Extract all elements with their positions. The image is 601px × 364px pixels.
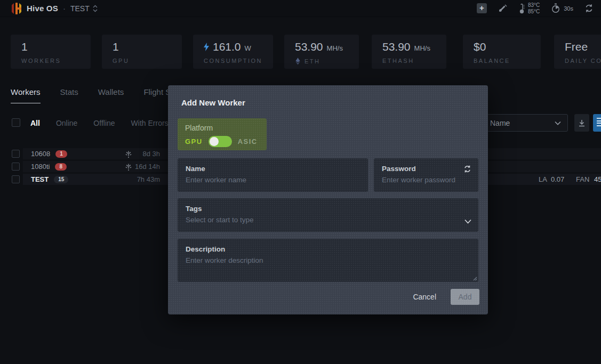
stat-value: Free	[565, 41, 588, 53]
brush-icon[interactable]	[498, 4, 508, 13]
password-input[interactable]	[382, 176, 470, 184]
stat-unit: W	[245, 44, 251, 52]
download-icon	[578, 119, 586, 127]
list-icon	[597, 118, 601, 126]
worker-name[interactable]: TEST	[31, 175, 49, 183]
generate-password-icon[interactable]	[463, 165, 471, 173]
stat-value: 53.90	[295, 41, 323, 53]
filter-online[interactable]: Online	[56, 119, 77, 127]
add-worker-icon[interactable]: +	[477, 3, 487, 13]
worker-uptime: 16d 14h	[108, 163, 160, 171]
hive-os-logo-icon	[11, 3, 22, 14]
error-badge: 8	[55, 163, 67, 171]
filter-with-errors[interactable]: With Errors	[131, 119, 169, 127]
stat-label: GPU	[113, 58, 129, 64]
refresh-icon[interactable]	[584, 4, 594, 13]
description-input[interactable]	[186, 256, 470, 272]
description-label: Description	[186, 245, 470, 253]
tab-stats[interactable]: Stats	[60, 87, 78, 103]
platform-option-asic[interactable]: ASIC	[238, 137, 258, 145]
stat-value: 1	[21, 41, 28, 53]
list-view-button[interactable]	[593, 114, 601, 132]
chevron-down-icon	[555, 121, 561, 125]
chevron-down-icon[interactable]	[464, 219, 471, 224]
name-input[interactable]	[186, 176, 360, 184]
worker-name[interactable]: 1080ti	[31, 163, 50, 171]
row-checkbox[interactable]	[12, 150, 20, 158]
farm-selector-chevrons-icon[interactable]	[93, 5, 98, 12]
download-button[interactable]	[574, 114, 589, 132]
worker-name[interactable]: 10608	[31, 150, 50, 158]
main-tabs: Workers Stats Wallets Flight Sheets	[11, 87, 190, 103]
stat-value: 53.90	[382, 41, 411, 53]
stat-value: 161.0	[213, 41, 241, 53]
stat-card-consumption: 161.0 W CONSUMPTION	[193, 35, 273, 69]
stat-card-balance: $0 BALANCE	[463, 35, 541, 69]
stat-card-daily-cost: Free DAILY COST	[554, 35, 601, 69]
tags-input[interactable]	[186, 216, 470, 224]
temp-top: 83°C	[528, 2, 540, 9]
refresh-interval-value: 30s	[564, 5, 573, 12]
platform-selector: Platform GPU ASIC	[178, 118, 267, 150]
top-bar: Hive OS · TEST + 83°C 85°C	[0, 0, 601, 17]
la-label: LA	[539, 175, 547, 183]
stat-unit: MH/s	[414, 44, 430, 52]
stat-card-workers: 1 WORKERS	[11, 35, 91, 69]
platform-option-gpu[interactable]: GPU	[185, 137, 203, 145]
stat-label: WORKERS	[21, 58, 61, 64]
password-field: Password	[374, 158, 478, 192]
tags-label: Tags	[186, 205, 470, 213]
select-all-checkbox[interactable]	[12, 118, 20, 127]
tab-workers[interactable]: Workers	[11, 87, 41, 103]
stat-label: CONSUMPTION	[204, 58, 262, 64]
brand-title: Hive OS	[27, 4, 58, 13]
description-field: Description	[178, 239, 478, 282]
name-label: Name	[186, 165, 360, 173]
row-checkbox[interactable]	[12, 175, 20, 183]
filter-all[interactable]: All	[30, 119, 40, 127]
resize-handle[interactable]	[472, 276, 477, 281]
temperature-indicator: 83°C 85°C	[519, 2, 540, 15]
brand-separator: ·	[63, 4, 66, 13]
stat-label: DAILY COST	[565, 58, 601, 64]
filter-offline[interactable]: Offline	[93, 119, 115, 127]
sort-by-value: Name	[490, 119, 510, 127]
count-badge: 15	[54, 176, 68, 183]
thermometer-icon	[519, 3, 525, 14]
stat-card-eth: 53.90 MH/s ETH	[284, 35, 359, 69]
row-checkbox[interactable]	[12, 163, 20, 171]
stat-label: ETH	[304, 58, 320, 64]
refresh-interval-indicator[interactable]: 30s	[551, 3, 573, 13]
stat-unit: MH/s	[327, 44, 343, 52]
stopwatch-icon	[551, 3, 560, 13]
platform-label: Platform	[185, 124, 259, 132]
la-value: 0.07	[551, 175, 564, 183]
stat-label: BALANCE	[474, 58, 510, 64]
lightning-icon	[204, 43, 209, 51]
temp-bottom: 85°C	[528, 9, 540, 15]
fan-label: FAN	[576, 175, 589, 183]
error-badge: 1	[55, 150, 67, 158]
stat-card-ethash: 53.90 MH/s ETHASH	[372, 35, 446, 69]
stat-value: $0	[474, 41, 486, 53]
modal-title: Add New Worker	[181, 98, 245, 107]
tags-field[interactable]: Tags	[178, 198, 478, 232]
tab-wallets[interactable]: Wallets	[98, 87, 124, 103]
farm-selector[interactable]: TEST	[70, 4, 90, 13]
fan-value: 45	[594, 175, 601, 183]
add-button[interactable]: Add	[451, 289, 479, 305]
cancel-button[interactable]: Cancel	[413, 293, 436, 301]
toggle-knob	[210, 137, 219, 146]
password-label: Password	[382, 165, 470, 173]
worker-filters: All Online Offline With Errors	[30, 119, 169, 127]
worker-uptime: 8d 3h	[108, 150, 160, 158]
worker-uptime: 7h 43m	[108, 175, 160, 183]
stat-label: ETHASH	[382, 58, 414, 64]
stat-value: 1	[113, 41, 119, 53]
platform-toggle[interactable]	[209, 136, 232, 147]
add-new-worker-modal: Add New Worker Platform GPU ASIC Name Pa…	[168, 85, 488, 314]
name-field: Name	[178, 158, 368, 192]
stat-card-gpu: 1 GPU	[102, 35, 182, 69]
sort-by-select[interactable]: Name	[483, 114, 568, 132]
hive-os-dashboard: Hive OS · TEST + 83°C 85°C	[0, 0, 601, 364]
